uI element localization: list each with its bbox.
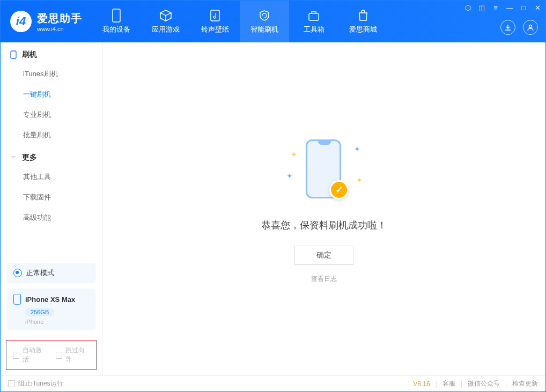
app-header: i4 爱思助手 www.i4.cn 我的设备 应用游戏 铃声壁纸 智能刷机 工具…	[1, 1, 545, 42]
tab-smart-flash[interactable]: 智能刷机	[240, 1, 289, 42]
ok-button[interactable]: 确定	[294, 246, 353, 265]
close-button[interactable]: ✕	[533, 3, 542, 12]
view-log-link[interactable]: 查看日志	[311, 275, 337, 284]
phone-outline-icon	[13, 294, 21, 305]
sidebar-item-oneclick-flash[interactable]: 一键刷机	[1, 84, 102, 105]
sidebar-item-advanced[interactable]: 高级功能	[1, 208, 102, 228]
svg-point-3	[529, 25, 532, 28]
support-link[interactable]: 客服	[442, 379, 455, 388]
mode-label: 正常模式	[26, 268, 54, 278]
checkbox-icon	[8, 380, 15, 387]
tab-label: 爱思商城	[349, 25, 377, 34]
tab-label: 我的设备	[102, 25, 130, 34]
checkmark-badge-icon: ✓	[329, 180, 349, 199]
checkbox-icon	[13, 352, 19, 359]
tab-store[interactable]: 爱思商城	[338, 1, 388, 42]
sidebar-item-batch-flash[interactable]: 批量刷机	[1, 125, 102, 145]
download-button[interactable]	[500, 20, 515, 35]
sidebar: 刷机 iTunes刷机 一键刷机 专业刷机 批量刷机 ≡ 更多 其他工具 下载固…	[1, 42, 102, 375]
device-card[interactable]: iPhone XS Max 256GB iPhone	[7, 289, 95, 330]
sidebar-item-other-tools[interactable]: 其他工具	[1, 167, 102, 187]
main-tabs: 我的设备 应用游戏 铃声壁纸 智能刷机 工具箱 爱思商城	[92, 1, 388, 42]
toolbox-icon	[307, 9, 321, 23]
sparkle-icon: ✦	[286, 172, 293, 180]
menu-icon[interactable]: ≡	[491, 3, 500, 12]
device-icon	[109, 9, 123, 23]
shirt-icon[interactable]: ⬡	[463, 3, 473, 12]
checkbox-auto-activate[interactable]: 自动激活	[13, 346, 47, 364]
checkbox-icon	[56, 352, 62, 359]
user-button[interactable]	[523, 20, 538, 35]
sparkle-icon: ✦	[291, 150, 297, 159]
tab-label: 智能刷机	[250, 25, 278, 34]
sidebar-item-itunes-flash[interactable]: iTunes刷机	[1, 64, 102, 84]
svg-rect-4	[11, 51, 16, 58]
mode-card[interactable]: 正常模式	[7, 263, 95, 283]
brand-subtitle: www.i4.cn	[37, 26, 82, 32]
svg-rect-2	[309, 13, 319, 20]
refresh-shield-icon	[257, 9, 271, 23]
brand-title: 爱思助手	[37, 11, 82, 26]
list-icon: ≡	[9, 153, 18, 162]
music-note-icon	[208, 9, 222, 23]
flash-options-highlight: 自动激活 跳过向导	[6, 340, 97, 370]
storage-badge: 256GB	[25, 308, 54, 316]
sidebar-group-flash: 刷机	[1, 42, 102, 64]
tab-my-device[interactable]: 我的设备	[92, 1, 141, 42]
tab-label: 工具箱	[304, 25, 324, 34]
tab-label: 铃声壁纸	[201, 25, 229, 34]
minimize-button[interactable]: —	[505, 3, 514, 12]
sidebar-item-pro-flash[interactable]: 专业刷机	[1, 105, 102, 125]
device-type: iPhone	[25, 319, 89, 325]
sidebar-group-more: ≡ 更多	[1, 145, 102, 167]
success-message: 恭喜您，保资料刷机成功啦！	[261, 219, 387, 232]
sparkle-icon: ✦	[356, 176, 363, 184]
svg-rect-1	[211, 10, 219, 21]
phone-icon	[9, 50, 18, 59]
cube-icon	[159, 9, 173, 23]
wechat-link[interactable]: 微信公众号	[468, 379, 500, 388]
status-bar: 阻止iTunes运行 V8.16 | 客服 | 微信公众号 | 检查更新	[1, 375, 545, 391]
success-illustration: ✦ ✦ ✦ ✦ ✓	[276, 134, 372, 204]
logo-block: i4 爱思助手 www.i4.cn	[1, 11, 92, 32]
lock-icon[interactable]: ◫	[477, 3, 486, 12]
check-update-link[interactable]: 检查更新	[512, 379, 538, 388]
maximize-button[interactable]: □	[519, 3, 528, 12]
tab-toolbox[interactable]: 工具箱	[289, 1, 338, 42]
version-label: V8.16	[413, 380, 430, 388]
svg-rect-0	[113, 9, 120, 22]
checkbox-skip-wizard[interactable]: 跳过向导	[56, 346, 90, 364]
device-name: iPhone XS Max	[25, 295, 75, 304]
checkbox-block-itunes[interactable]: 阻止iTunes运行	[8, 379, 63, 388]
header-actions	[500, 20, 538, 35]
shopping-bag-icon	[356, 9, 370, 23]
tab-label: 应用游戏	[152, 25, 180, 34]
main-content: ✦ ✦ ✦ ✦ ✓ 恭喜您，保资料刷机成功啦！ 确定 查看日志	[102, 42, 545, 375]
sparkle-icon: ✦	[354, 145, 360, 153]
sidebar-item-download-firmware[interactable]: 下载固件	[1, 187, 102, 208]
tab-apps-games[interactable]: 应用游戏	[141, 1, 190, 42]
mode-indicator-icon	[13, 269, 22, 277]
tab-ringtone-wallpaper[interactable]: 铃声壁纸	[190, 1, 240, 42]
window-controls: ⬡ ◫ ≡ — □ ✕	[463, 3, 542, 12]
logo-icon: i4	[10, 11, 32, 32]
